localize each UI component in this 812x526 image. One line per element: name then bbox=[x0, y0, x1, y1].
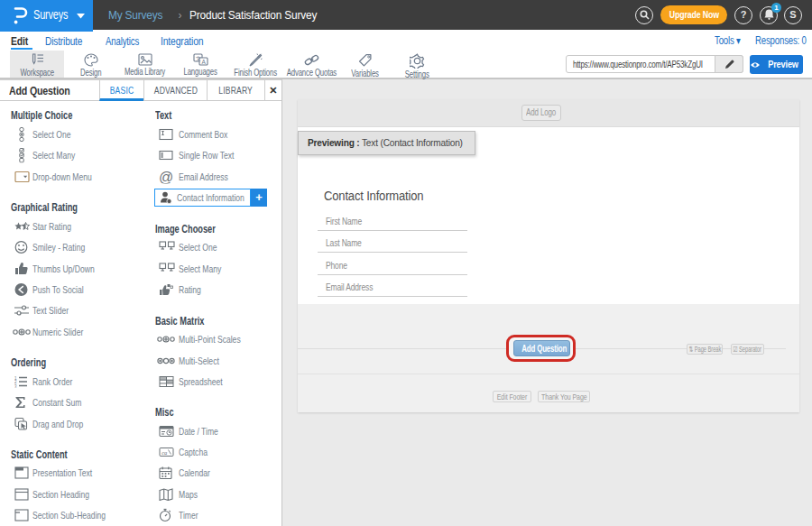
svg-text:ca: ca bbox=[161, 449, 167, 456]
svg-text:@: @ bbox=[159, 171, 173, 184]
svg-text:3: 3 bbox=[14, 384, 17, 388]
svg-text:文: 文 bbox=[196, 55, 201, 61]
svg-text:A: A bbox=[201, 59, 206, 65]
